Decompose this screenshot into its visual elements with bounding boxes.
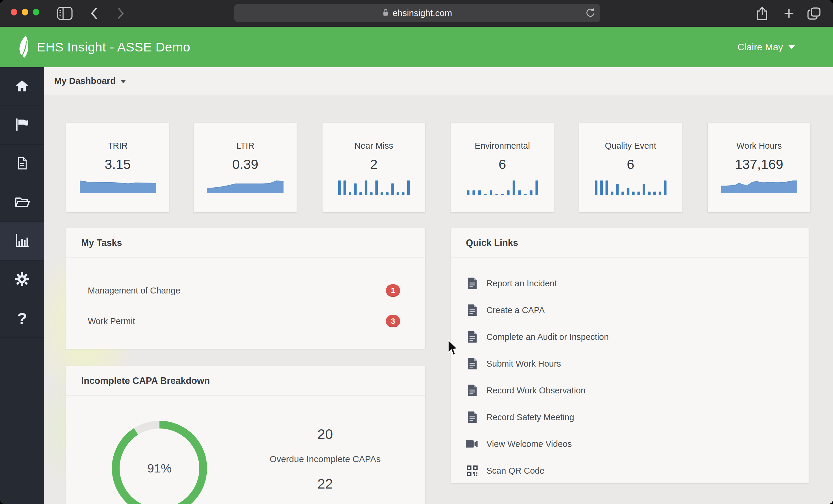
quick-links-panel: Quick Links Report an Incident Create a … xyxy=(451,228,809,483)
work-hours-sparkline xyxy=(721,179,797,193)
task-count-badge: 1 xyxy=(386,284,400,297)
my-tasks-panel: My Tasks Management of Change 1 Work Per… xyxy=(66,228,425,349)
quick-link-label: Create a CAPA xyxy=(486,305,545,315)
dashboard-main: My Dashboard TRIR 3.15 LTIR 0.39 Near Mi… xyxy=(44,67,833,504)
kpi-card-near-miss[interactable]: Near Miss 2 xyxy=(323,123,425,212)
user-menu[interactable]: Claire May xyxy=(738,27,795,67)
kpi-card-work-hours[interactable]: Work Hours 137,169 xyxy=(708,123,810,212)
kpi-label: Near Miss xyxy=(354,141,393,151)
chevron-down-icon xyxy=(788,45,795,49)
capa-breakdown-title: Incomplete CAPA Breakdown xyxy=(81,376,210,386)
environmental-sparkline xyxy=(465,179,540,195)
quick-link-submit-work-hours[interactable]: Submit Work Hours xyxy=(451,350,809,377)
new-tab-icon[interactable] xyxy=(782,0,795,27)
quick-link-label: View Welcome Videos xyxy=(486,439,572,449)
quick-link-label: Record Safety Meeting xyxy=(486,412,574,422)
close-window-button[interactable] xyxy=(11,9,17,16)
document-icon xyxy=(15,156,29,172)
tab-overview-icon[interactable] xyxy=(807,0,821,27)
help-icon: ? xyxy=(17,309,27,328)
zoom-window-button[interactable] xyxy=(33,9,39,16)
sidebar-nav: ? xyxy=(0,67,44,504)
url-bar[interactable]: ehsinsight.com xyxy=(234,4,600,22)
sidebar-item-documents[interactable] xyxy=(0,145,44,183)
quick-link-create-capa[interactable]: Create a CAPA xyxy=(451,297,809,324)
capa-breakdown-panel: Incomplete CAPA Breakdown 91% 20 Overdue… xyxy=(66,366,425,504)
folder-open-icon xyxy=(14,193,31,212)
quick-link-label: Report an Incident xyxy=(486,279,557,288)
kpi-card-quality-event[interactable]: Quality Event 6 xyxy=(579,123,682,212)
flag-icon xyxy=(14,116,30,134)
my-tasks-header: My Tasks xyxy=(66,228,425,258)
quick-link-report-incident[interactable]: Report an Incident xyxy=(451,270,809,297)
bar-chart-icon xyxy=(14,232,30,250)
browser-chrome: ehsinsight.com xyxy=(0,0,833,27)
share-icon[interactable] xyxy=(756,0,769,27)
gear-icon xyxy=(14,271,30,288)
kpi-card-ltir[interactable]: LTIR 0.39 xyxy=(194,123,296,212)
capa-stats: 20 Overdue Incomplete CAPAs 22 Total Inc… xyxy=(233,399,418,504)
quick-links-header: Quick Links xyxy=(451,228,809,258)
browser-window: ehsinsight.com EHS Insight - ASSE Demo C… xyxy=(0,0,833,504)
sidebar-item-incidents[interactable] xyxy=(0,106,44,145)
forward-icon[interactable] xyxy=(117,0,125,27)
kpi-label: Work Hours xyxy=(736,141,782,151)
quick-link-record-safety-meeting[interactable]: Record Safety Meeting xyxy=(451,404,809,431)
chevron-down-icon[interactable] xyxy=(120,80,126,83)
near-miss-sparkline xyxy=(337,179,411,195)
overdue-capa-label: Overdue Incomplete CAPAs xyxy=(233,454,418,464)
quick-link-record-observation[interactable]: Record Work Observation xyxy=(451,377,809,404)
kpi-label: TRIR xyxy=(108,141,128,151)
reload-icon[interactable] xyxy=(585,8,596,20)
document-icon xyxy=(466,357,479,370)
mouse-cursor xyxy=(446,339,459,356)
app-header: EHS Insight - ASSE Demo Claire May xyxy=(0,27,833,67)
task-label: Work Permit xyxy=(88,317,135,326)
trir-sparkline xyxy=(80,179,156,193)
kpi-value: 2 xyxy=(370,157,378,172)
sidebar-toggle-icon[interactable] xyxy=(56,0,73,27)
total-capa-value: 22 xyxy=(233,475,418,492)
video-camera-icon xyxy=(466,439,479,448)
qr-code-icon xyxy=(466,465,479,476)
kpi-label: Quality Event xyxy=(605,141,656,151)
my-tasks-title: My Tasks xyxy=(81,237,122,248)
kpi-value: 6 xyxy=(627,157,634,172)
app-title: EHS Insight - ASSE Demo xyxy=(37,40,190,54)
quick-links-list: Report an Incident Create a CAPA Complet… xyxy=(451,258,809,484)
kpi-value: 0.39 xyxy=(232,157,259,172)
kpi-card-environmental[interactable]: Environmental 6 xyxy=(451,123,554,212)
kpi-card-trir[interactable]: TRIR 3.15 xyxy=(66,123,169,212)
kpi-label: LTIR xyxy=(236,141,254,151)
quality-event-sparkline xyxy=(594,179,668,195)
document-icon xyxy=(466,277,479,289)
quick-link-welcome-videos[interactable]: View Welcome Videos xyxy=(451,431,809,457)
quick-link-complete-audit[interactable]: Complete an Audit or Inspection xyxy=(451,324,809,350)
minimize-window-button[interactable] xyxy=(22,9,28,16)
kpi-label: Environmental xyxy=(475,141,530,151)
dashboard-title-bar: My Dashboard xyxy=(44,67,833,95)
overdue-capa-value: 20 xyxy=(233,426,418,442)
user-name: Claire May xyxy=(738,42,783,53)
sidebar-item-home[interactable] xyxy=(0,67,44,106)
task-row-management-of-change[interactable]: Management of Change 1 xyxy=(66,276,425,305)
url-text: ehsinsight.com xyxy=(392,8,452,18)
lock-icon xyxy=(382,8,389,18)
document-icon xyxy=(466,384,479,397)
sidebar-item-help[interactable]: ? xyxy=(0,299,44,338)
capa-donut-chart: 91% xyxy=(106,415,213,504)
sidebar-item-dashboards[interactable] xyxy=(0,222,44,260)
kpi-value: 6 xyxy=(499,157,506,172)
quick-link-label: Scan QR Code xyxy=(486,466,544,476)
ltir-sparkline xyxy=(207,179,284,193)
kpi-value: 3.15 xyxy=(105,157,131,172)
sidebar-item-settings[interactable] xyxy=(0,260,44,299)
task-label: Management of Change xyxy=(88,286,180,296)
capa-breakdown-header: Incomplete CAPA Breakdown xyxy=(66,366,425,396)
quick-link-scan-qr[interactable]: Scan QR Code xyxy=(451,457,809,484)
back-icon[interactable] xyxy=(89,0,98,27)
task-row-work-permit[interactable]: Work Permit 3 xyxy=(66,307,425,336)
sidebar-item-files[interactable] xyxy=(0,183,44,222)
dashboard-title[interactable]: My Dashboard xyxy=(54,76,116,86)
quick-links-title: Quick Links xyxy=(466,237,518,248)
